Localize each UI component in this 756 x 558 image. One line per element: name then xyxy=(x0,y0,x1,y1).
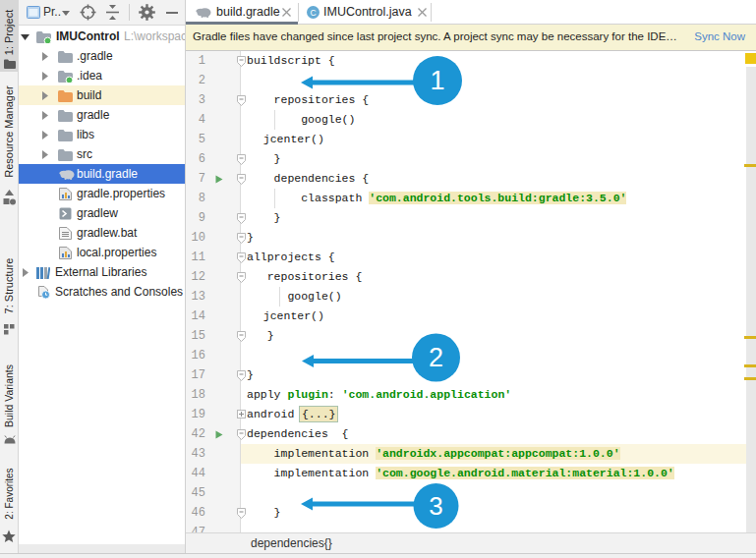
svg-text:1: 1 xyxy=(430,66,444,95)
svg-text:3: 3 xyxy=(429,491,442,521)
svg-text:2: 2 xyxy=(429,343,443,372)
